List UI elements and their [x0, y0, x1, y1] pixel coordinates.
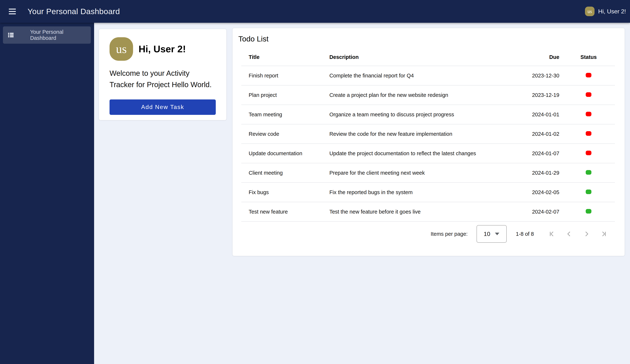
dropdown-caret-icon — [495, 233, 499, 235]
add-new-task-button[interactable]: Add New Task — [110, 99, 216, 115]
cell-description: Review the code for the new feature impl… — [322, 124, 494, 144]
cell-due: 2024-02-07 — [494, 202, 562, 221]
cell-status — [562, 66, 615, 85]
page-shell: Your Personal Dashboard us Hi, User 2! W… — [0, 23, 630, 364]
column-header-title: Title — [241, 48, 322, 66]
paginator-buttons — [548, 230, 608, 238]
table-row: Plan project Create a project plan for t… — [241, 85, 615, 105]
cell-title: Plan project — [241, 85, 322, 105]
cell-status — [562, 124, 615, 144]
cell-due: 2024-01-29 — [494, 163, 562, 182]
top-app-bar: Your Personal Dashboard us Hi, User 2! — [0, 0, 630, 23]
page-range-label: 1-8 of 8 — [516, 231, 534, 237]
cell-title: Test new feature — [241, 202, 322, 221]
cell-due: 2024-01-07 — [494, 144, 562, 163]
table-header-row: Title Description Due Status — [241, 48, 615, 66]
cell-title: Fix bugs — [241, 182, 322, 202]
status-badge — [586, 112, 592, 116]
table-row: Team meeting Organize a team meeting to … — [241, 105, 615, 124]
table-paginator: Items per page: 10 1-8 of 8 — [232, 224, 608, 244]
todo-list-title: Todo List — [238, 35, 625, 43]
welcome-heading: Hi, User 2! — [138, 43, 186, 54]
status-badge — [586, 92, 592, 97]
cell-due: 2023-12-19 — [494, 85, 562, 105]
cell-status — [562, 144, 615, 163]
cell-description: Create a project plan for the new websit… — [322, 85, 494, 105]
cell-status — [562, 85, 615, 105]
topbar-greeting: Hi, User 2! — [598, 8, 626, 15]
cell-status — [562, 105, 615, 124]
status-badge — [586, 189, 592, 194]
cell-description: Fix the reported bugs in the system — [322, 182, 494, 202]
cell-due: 2023-12-30 — [494, 66, 562, 85]
cell-title: Finish report — [241, 66, 322, 85]
column-header-due: Due — [494, 48, 562, 66]
cell-description: Update the project documentation to refl… — [322, 144, 494, 163]
cell-status — [562, 202, 615, 221]
table-row: Test new feature Test the new feature be… — [241, 202, 615, 221]
status-badge — [586, 131, 592, 136]
todo-list-card: Todo List Title Description Due Status F… — [232, 28, 625, 256]
cell-due: 2024-02-05 — [494, 182, 562, 202]
column-header-description: Description — [322, 48, 494, 66]
cell-title: Client meeting — [241, 163, 322, 182]
sidebar-item-label: Your Personal Dashboard — [30, 29, 91, 41]
status-badge — [586, 73, 592, 77]
items-per-page-label: Items per page: — [430, 231, 468, 237]
next-page-icon[interactable] — [583, 230, 590, 238]
list-icon — [7, 31, 14, 39]
table-row: Review code Review the code for the new … — [241, 124, 615, 144]
page-size-value: 10 — [484, 231, 490, 237]
avatar-initials: us — [116, 42, 127, 56]
user-avatar-large: us — [110, 37, 133, 61]
welcome-card: us Hi, User 2! Welcome to your Activity … — [99, 29, 226, 120]
user-avatar: us — [585, 6, 594, 16]
cell-description: Complete the financial report for Q4 — [322, 66, 494, 85]
table-row: Fix bugs Fix the reported bugs in the sy… — [241, 182, 615, 202]
menu-icon[interactable] — [9, 9, 16, 14]
sidebar: Your Personal Dashboard — [0, 23, 94, 364]
status-badge — [586, 209, 592, 213]
welcome-message: Welcome to your Activity Tracker for Pro… — [110, 67, 216, 90]
page-size-select[interactable]: 10 — [476, 225, 507, 243]
avatar-initials: us — [588, 9, 592, 14]
cell-title: Review code — [241, 124, 322, 144]
main-content: us Hi, User 2! Welcome to your Activity … — [94, 23, 630, 364]
cell-description: Prepare for the client meeting next week — [322, 163, 494, 182]
cell-title: Update documentation — [241, 144, 322, 163]
first-page-icon[interactable] — [548, 230, 556, 238]
table-row: Client meeting Prepare for the client me… — [241, 163, 615, 182]
cell-title: Team meeting — [241, 105, 322, 124]
previous-page-icon[interactable] — [566, 230, 573, 238]
cell-due: 2024-01-02 — [494, 124, 562, 144]
last-page-icon[interactable] — [600, 230, 608, 238]
todo-table: Title Description Due Status Finish repo… — [241, 48, 615, 222]
cell-description: Organize a team meeting to discuss proje… — [322, 105, 494, 124]
table-row: Update documentation Update the project … — [241, 144, 615, 163]
table-row: Finish report Complete the financial rep… — [241, 66, 615, 85]
column-header-status: Status — [562, 48, 615, 66]
welcome-header: us Hi, User 2! — [110, 37, 216, 61]
status-badge — [586, 151, 592, 155]
cell-due: 2024-01-01 — [494, 105, 562, 124]
app-title: Your Personal Dashboard — [28, 7, 120, 16]
sidebar-item-dashboard[interactable]: Your Personal Dashboard — [3, 26, 91, 44]
cell-description: Test the new feature before it goes live — [322, 202, 494, 221]
cell-status — [562, 182, 615, 202]
cell-status — [562, 163, 615, 182]
status-badge — [586, 170, 592, 175]
